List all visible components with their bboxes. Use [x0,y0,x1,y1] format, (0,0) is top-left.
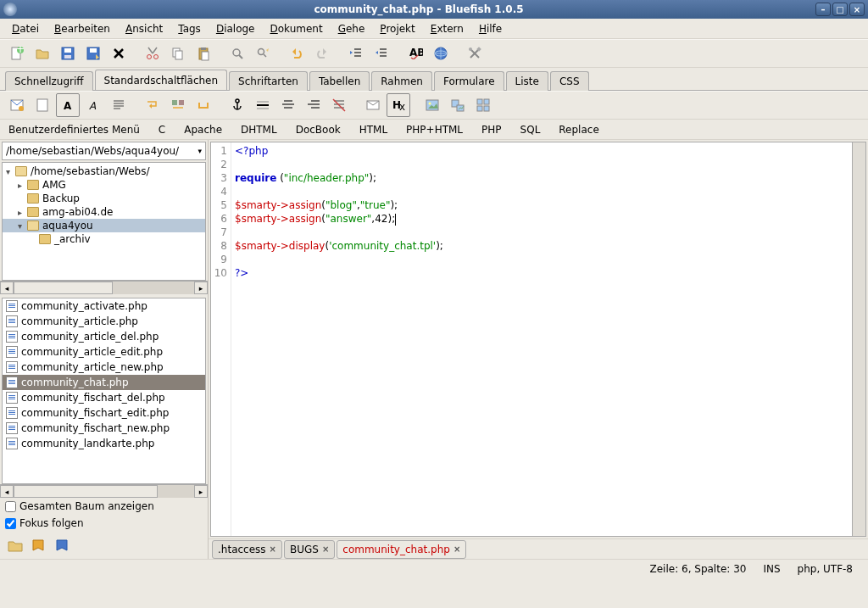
secmenu-sql[interactable]: SQL [517,121,544,138]
quickstart-button[interactable] [5,93,29,117]
unindent-button[interactable] [344,42,368,65]
filebrowser-tab-icon[interactable] [5,535,25,555]
close-button[interactable]: × [849,3,865,16]
secmenu-html[interactable]: HTML [356,121,391,138]
hrule-button[interactable] [251,93,275,117]
file-item[interactable]: community_activate.php [3,298,205,314]
comment-button[interactable] [327,93,351,117]
toolbar-tab-5[interactable]: Formulare [434,71,504,91]
toolbar-tab-7[interactable]: CSS [550,71,589,91]
breakclear-button[interactable] [166,93,190,117]
minimize-button[interactable]: – [815,3,831,16]
tree-item[interactable]: ▾aqua4you [3,219,205,232]
anchor-button[interactable] [225,93,249,117]
secmenu-apache[interactable]: Apache [181,121,225,138]
path-combobox[interactable]: /home/sebastian/Webs/aqua4you/ ▾ [2,142,206,160]
paste-button[interactable] [192,42,215,65]
bold-button[interactable]: A [56,93,80,117]
expander-icon[interactable]: ▸ [18,181,27,190]
scroll-right-button[interactable]: ▸ [194,282,208,294]
show-tree-check-input[interactable] [5,501,16,512]
secmenu-replace[interactable]: Replace [555,121,602,138]
nbsp-button[interactable] [192,93,215,117]
tree-hscrollbar[interactable]: ◂ ▸ [0,281,208,294]
new-file-button[interactable]: + [5,42,29,65]
center-button[interactable] [276,93,300,117]
file-item[interactable]: community_fischart_edit.php [3,405,205,421]
code-editor[interactable]: 12345678910 <?php require ("inc/header.p… [210,142,866,537]
heading-button[interactable]: Hx [387,93,410,117]
secmenu-dhtml[interactable]: DHTML [237,121,281,138]
document-tab[interactable]: .htaccess× [212,540,282,559]
file-item[interactable]: community_fischart_del.php [3,390,205,405]
italic-button[interactable]: A [81,93,105,117]
spellcheck-button[interactable]: ABC [403,42,427,65]
thumbnail-button[interactable] [446,93,470,117]
file-item[interactable]: community_chat.php [3,375,205,390]
browser-preview-button[interactable] [429,42,453,65]
save-file-button[interactable] [56,42,80,65]
close-tab-icon[interactable]: × [322,544,329,554]
file-item[interactable]: community_fischart_new.php [3,421,205,436]
file-item[interactable]: community_article.php [3,314,205,329]
secmenu-docbook[interactable]: DocBook [292,121,344,138]
bookmarks-tab-icon[interactable] [29,535,49,555]
menu-dokument[interactable]: Dokument [264,20,330,37]
image-button[interactable] [420,93,444,117]
document-tab[interactable]: community_chat.php× [337,540,466,559]
toolbar-tab-3[interactable]: Tabellen [309,71,370,91]
menu-tags[interactable]: Tags [171,20,208,37]
indent-button[interactable] [370,42,393,65]
menu-hilfe[interactable]: Hilfe [472,20,509,37]
close-tab-icon[interactable]: × [270,544,276,554]
filelist-hscrollbar[interactable]: ◂ ▸ [0,484,208,498]
expander-icon[interactable]: ▾ [18,221,27,231]
find-button[interactable] [225,42,249,65]
folder-tree[interactable]: ▾/home/sebastian/Webs/▸AMGBackup▸amg-abi… [2,162,206,281]
save-as-button[interactable] [81,42,105,65]
file-item[interactable]: community_article_new.php [3,360,205,375]
break-button[interactable] [141,93,164,117]
menu-bearbeiten[interactable]: Bearbeiten [47,20,117,37]
toolbar-tab-1[interactable]: Standardschaltflächen [95,70,228,90]
menu-extern[interactable]: Extern [424,20,470,37]
maximize-button[interactable]: □ [832,3,848,16]
tree-item[interactable]: ▸amg-abi04.de [3,205,205,219]
undo-button[interactable] [285,42,309,65]
multithumbnail-button[interactable] [471,93,495,117]
scroll-left-button[interactable]: ◂ [0,485,14,498]
expander-icon[interactable]: ▾ [6,167,15,176]
document-tab[interactable]: BUGS× [284,540,335,559]
file-item[interactable]: community_article_edit.php [3,344,205,360]
tree-item[interactable]: ▸AMG [3,178,205,192]
paragraph-button[interactable] [107,93,131,117]
reference-tab-icon[interactable] [53,535,73,555]
body-button[interactable] [31,93,54,117]
secmenu-php[interactable]: PHP [478,121,505,138]
editor-vscrollbar[interactable] [852,142,865,536]
expander-icon[interactable]: ▸ [18,208,27,217]
file-item[interactable]: community_article_del.php [3,329,205,344]
preferences-button[interactable] [463,42,487,65]
menu-dialoge[interactable]: Dialoge [209,20,262,37]
close-tab-icon[interactable]: × [453,544,460,554]
toolbar-tab-4[interactable]: Rahmen [371,71,432,91]
menu-ansicht[interactable]: Ansicht [119,20,170,37]
email-button[interactable] [361,93,385,117]
open-file-button[interactable] [31,42,54,65]
scroll-left-button[interactable]: ◂ [0,282,14,294]
rightalign-button[interactable] [302,93,326,117]
find-replace-button[interactable] [251,42,275,65]
tree-item[interactable]: _archiv [3,232,205,246]
file-list[interactable]: community_activate.phpcommunity_article.… [2,298,206,484]
tree-item[interactable]: ▾/home/sebastian/Webs/ [3,165,205,178]
redo-button[interactable] [310,42,334,65]
toolbar-tab-2[interactable]: Schriftarten [229,71,308,91]
copy-button[interactable] [166,42,190,65]
menu-gehe[interactable]: Gehe [331,20,372,37]
toolbar-tab-6[interactable]: Liste [506,71,548,91]
follow-focus-checkbox[interactable]: Fokus folgen [0,515,208,532]
close-file-button[interactable] [107,42,131,65]
toolbar-tab-0[interactable]: Schnellzugriff [5,71,93,91]
menu-projekt[interactable]: Projekt [373,20,421,37]
